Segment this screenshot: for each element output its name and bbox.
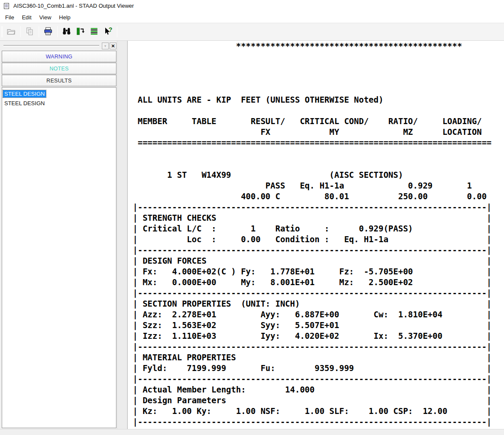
svg-text:?: ? bbox=[109, 27, 113, 33]
copy-icon bbox=[25, 27, 34, 37]
tree-item-steel-design[interactable]: STEEL DESIGN bbox=[3, 98, 115, 108]
toolbar-separator bbox=[117, 26, 117, 37]
open-button[interactable] bbox=[5, 25, 18, 38]
sidebar-header: ▾ ✕ bbox=[2, 42, 116, 50]
sidebar-groove bbox=[3, 45, 99, 47]
menu-bar: File Edit View Help bbox=[0, 12, 504, 23]
report-button[interactable] bbox=[88, 25, 101, 38]
copy-button[interactable] bbox=[23, 25, 36, 38]
report-list-icon bbox=[89, 27, 99, 37]
print-icon bbox=[43, 27, 53, 37]
goto-page-button[interactable] bbox=[74, 25, 87, 38]
output-text: ****************************************… bbox=[128, 41, 504, 427]
tree-item-label: STEEL DESIGN bbox=[3, 90, 46, 97]
goto-page-icon bbox=[76, 27, 85, 37]
notes-section-button[interactable]: NOTES bbox=[2, 63, 116, 74]
splitter[interactable] bbox=[117, 41, 127, 429]
staad-output-viewer-window: AISC360-10_Comb1.anl - STAAD Output View… bbox=[0, 0, 504, 435]
context-help-icon: ? bbox=[103, 27, 113, 37]
toolbar-gripper[interactable] bbox=[1, 26, 3, 37]
menu-edit[interactable]: Edit bbox=[18, 13, 35, 22]
chevron-down-icon: ▾ bbox=[104, 44, 107, 48]
toolbar-separator bbox=[20, 26, 21, 37]
results-section-label: RESULTS bbox=[46, 78, 72, 84]
toolbar-separator bbox=[57, 26, 58, 37]
warning-section-button[interactable]: WARNING bbox=[2, 51, 116, 62]
main-area: ▾ ✕ WARNING NOTES RESULTS STEEL DESIGN bbox=[0, 41, 504, 429]
tree-item-steel-design-selected[interactable]: STEEL DESIGN bbox=[3, 89, 115, 98]
menu-help[interactable]: Help bbox=[55, 13, 74, 22]
results-tree: STEEL DESIGN STEEL DESIGN bbox=[2, 87, 116, 428]
window-title: AISC360-10_Comb1.anl - STAAD Output View… bbox=[13, 3, 134, 9]
title-bar: AISC360-10_Comb1.anl - STAAD Output View… bbox=[0, 0, 504, 12]
menu-file[interactable]: File bbox=[1, 13, 18, 22]
context-help-button[interactable]: ? bbox=[101, 25, 114, 38]
sidebar-dropdown-button[interactable]: ▾ bbox=[102, 43, 109, 49]
warning-section-label: WARNING bbox=[46, 54, 72, 60]
find-button[interactable] bbox=[60, 25, 73, 38]
results-section-button[interactable]: RESULTS bbox=[2, 75, 116, 86]
find-binoculars-icon bbox=[62, 27, 71, 37]
open-folder-icon bbox=[6, 27, 16, 37]
sidebar-panel: ▾ ✕ WARNING NOTES RESULTS STEEL DESIGN bbox=[0, 41, 117, 429]
toolbar: ? bbox=[0, 23, 504, 41]
notes-section-label: NOTES bbox=[49, 66, 69, 72]
tree-item-label: STEEL DESIGN bbox=[3, 100, 46, 107]
close-icon: ✕ bbox=[111, 44, 115, 49]
output-view[interactable]: ****************************************… bbox=[127, 41, 504, 429]
print-button[interactable] bbox=[42, 25, 55, 38]
menu-view[interactable]: View bbox=[35, 13, 55, 22]
sidebar-close-button[interactable]: ✕ bbox=[110, 43, 116, 49]
document-icon bbox=[3, 3, 10, 9]
toolbar-separator bbox=[39, 26, 39, 37]
status-bar bbox=[0, 429, 504, 435]
